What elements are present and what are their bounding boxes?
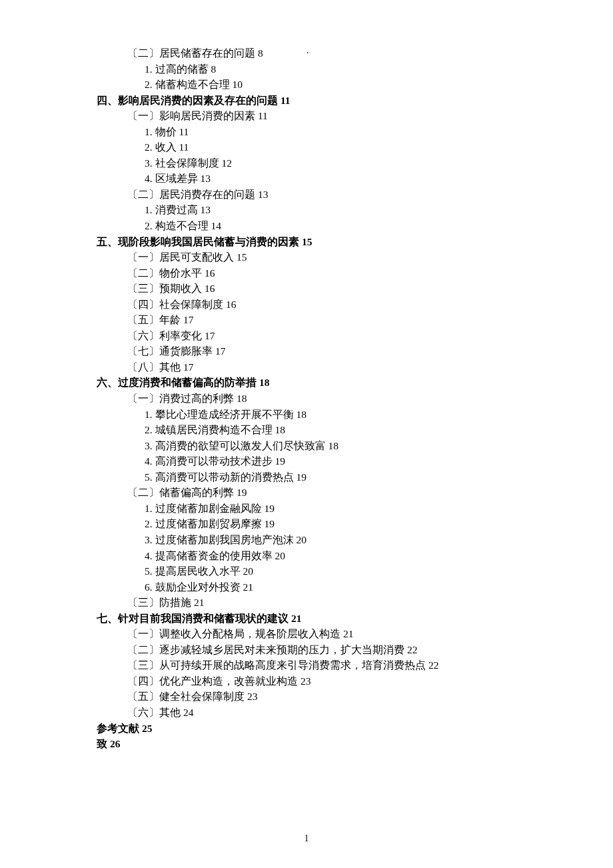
- toc-entry: 五、现阶段影响我国居民储蓄与消费的因素 15: [97, 234, 516, 250]
- toc-entry: 六、过度消费和储蓄偏高的防举措 18: [97, 375, 516, 391]
- toc-entry: 4. 区域差异 13: [145, 171, 516, 187]
- toc-entry: 4. 高消费可以带动技术进步 19: [145, 453, 516, 469]
- toc-entry: 〔二〕逐步减轻城乡居民对未来预期的压力，扩大当期消费 22: [127, 642, 516, 658]
- toc-entry: 参考文献 25: [97, 721, 516, 737]
- toc-entry: 〔四〕优化产业构造，改善就业构造 23: [127, 673, 516, 689]
- page-content: 〔二〕居民储蓄存在的问题 81. 过高的储蓄 82. 储蓄构造不合理 10四、影…: [0, 0, 613, 779]
- toc-entry: 2. 构造不合理 14: [145, 218, 516, 234]
- toc-entry: 〔四〕社会保障制度 16: [127, 297, 516, 313]
- toc-entry: 2. 城镇居民消费构造不合理 18: [145, 422, 516, 438]
- toc-entry: 6. 鼓励企业对外投资 21: [145, 579, 516, 595]
- toc-entry: 3. 社会保障制度 12: [145, 155, 516, 171]
- toc-entry: 〔六〕其他 24: [127, 705, 516, 721]
- toc-entry: 4. 提高储蓄资金的使用效率 20: [145, 548, 516, 564]
- toc-entry: 2. 过度储蓄加剧贸易摩擦 19: [145, 516, 516, 532]
- toc-entry: 1. 物价 11: [145, 124, 516, 140]
- toc-entry: 〔八〕其他 17: [127, 359, 516, 375]
- toc-entry: 2. 储蓄构造不合理 10: [145, 77, 516, 93]
- toc-entry: 3. 高消费的欲望可以激发人们尽快致富 18: [145, 438, 516, 454]
- toc-entry: 〔二〕储蓄偏高的利弊 19: [127, 485, 516, 501]
- doc-header-dot: .: [306, 45, 309, 56]
- toc-entry: 〔一〕消费过高的利弊 18: [127, 391, 516, 407]
- toc-entry: 〔五〕年龄 17: [127, 312, 516, 328]
- toc-entry: 〔七〕通货膨胀率 17: [127, 343, 516, 359]
- table-of-contents: 〔二〕居民储蓄存在的问题 81. 过高的储蓄 82. 储蓄构造不合理 10四、影…: [97, 45, 516, 752]
- toc-entry: 3. 过度储蓄加剧我国房地产泡沫 20: [145, 532, 516, 548]
- toc-entry: 〔三〕预期收入 16: [127, 281, 516, 297]
- toc-entry: 1. 过度储蓄加剧金融风险 19: [145, 501, 516, 517]
- toc-entry: 2. 收入 11: [145, 139, 516, 155]
- toc-entry: 〔二〕居民消费存在的问题 13: [127, 187, 516, 203]
- toc-entry: 〔一〕影响居民消费的因素 11: [127, 108, 516, 124]
- toc-entry: 5. 提高居民收入水平 20: [145, 563, 516, 579]
- toc-entry: 致 26: [97, 736, 516, 752]
- toc-entry: 5. 高消费可以带动新的消费热点 19: [145, 469, 516, 485]
- toc-entry: 〔三〕防措施 21: [127, 595, 516, 611]
- toc-entry: 〔二〕居民储蓄存在的问题 8: [127, 45, 516, 61]
- toc-entry: 〔一〕居民可支配收入 15: [127, 249, 516, 265]
- toc-entry: 〔六〕利率变化 17: [127, 328, 516, 344]
- toc-entry: 〔一〕调整收入分配格局，规各阶层收入构造 21: [127, 626, 516, 642]
- toc-entry: 七、针对目前我国消费和储蓄现状的建议 21: [97, 611, 516, 627]
- toc-entry: 四、影响居民消费的因素及存在的问题 11: [97, 93, 516, 109]
- toc-entry: 〔三〕从可持续开展的战略高度来引导消费需求，培育消费热点 22: [127, 657, 516, 673]
- toc-entry: 1. 过高的储蓄 8: [145, 61, 516, 77]
- toc-entry: 1. 攀比心理造成经济开展不平衡 18: [145, 407, 516, 423]
- toc-entry: 〔五〕健全社会保障制度 23: [127, 689, 516, 705]
- page-number: 1: [0, 833, 613, 844]
- toc-entry: 〔二〕物价水平 16: [127, 265, 516, 281]
- toc-entry: 1. 消费过高 13: [145, 202, 516, 218]
